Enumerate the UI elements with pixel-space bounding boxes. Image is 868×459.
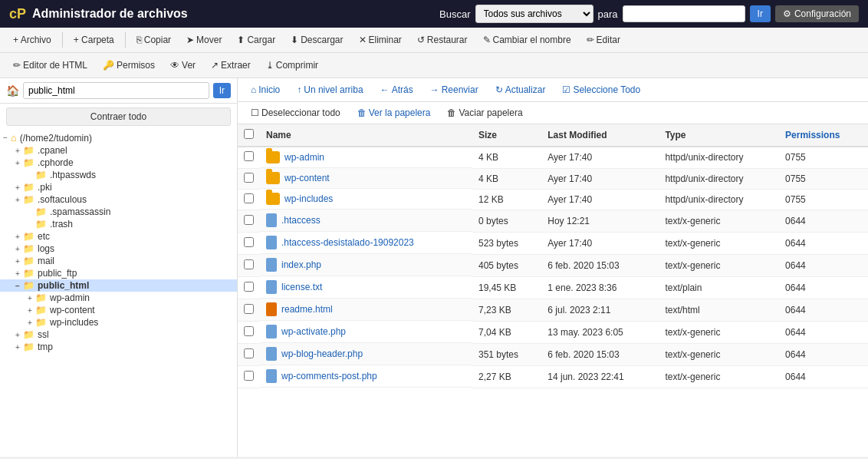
table-row[interactable]: .htaccess-desistalado-19092023523 bytesA… [238, 232, 868, 254]
upload-button[interactable]: ⬆ Cargar [230, 31, 282, 48]
path-go-button[interactable]: Ir [213, 83, 231, 98]
tree-item-label: wp-content [50, 305, 95, 315]
new-folder-button[interactable]: + Carpeta [67, 31, 121, 48]
file-name[interactable]: license.txt [281, 282, 322, 292]
file-name[interactable]: wp-content [284, 173, 330, 183]
permissions-button[interactable]: 🔑 Permisos [96, 57, 162, 74]
path-input[interactable] [23, 82, 209, 99]
tree-item[interactable]: +📁tmp [0, 341, 237, 353]
tree-item[interactable]: +📁wp-content [0, 304, 237, 316]
tree-item[interactable]: −📁public_html [0, 279, 237, 292]
file-name[interactable]: .htaccess-desistalado-19092023 [281, 237, 414, 248]
tree-item[interactable]: 📁.htpasswds [0, 169, 237, 181]
file-name[interactable]: .htaccess [281, 215, 321, 226]
deselect-all-button[interactable]: ☐ Deseleccionar todo [244, 105, 347, 121]
tree-item[interactable]: 📁.trash [0, 218, 237, 230]
table-row[interactable]: wp-includes12 KBAyer 17:40httpd/unix-dir… [238, 189, 868, 210]
compress-button[interactable]: ⤓ Comprimir [259, 57, 325, 74]
search-scope-select[interactable]: Todos sus archivos Solo en este director… [475, 5, 593, 23]
table-row[interactable]: wp-comments-post.php2,27 KB14 jun. 2023 … [238, 365, 868, 388]
row-checkbox[interactable] [244, 215, 254, 225]
file-modified: Ayer 17:40 [541, 168, 659, 189]
file-name[interactable]: wp-admin [284, 152, 324, 163]
new-file-button[interactable]: + Archivo [6, 31, 58, 48]
nav-back-button[interactable]: ← Atrás [373, 82, 420, 97]
row-checkbox[interactable] [244, 326, 254, 336]
tree-item[interactable]: +📁mail [0, 255, 237, 267]
file-name[interactable]: wp-activate.php [281, 326, 346, 337]
search-input[interactable] [623, 5, 745, 22]
file-name[interactable]: index.php [281, 259, 321, 270]
empty-trash-button[interactable]: 🗑 Vaciar papelera [440, 105, 529, 121]
inicio-icon: ⌂ [251, 84, 256, 95]
row-checkbox[interactable] [244, 173, 254, 183]
nav-up-button[interactable]: ↑ Un nivel arriba [290, 82, 370, 97]
nav-refresh-button[interactable]: ↻ Actualizar [488, 82, 553, 97]
folder-file-icon [266, 172, 280, 184]
html-editor-button[interactable]: ✏ Editor de HTML [6, 57, 94, 74]
view-button[interactable]: 👁 Ver [163, 57, 202, 74]
row-checkbox[interactable] [244, 282, 254, 292]
tree-item[interactable]: +📁ssl [0, 329, 237, 341]
tree-root-item[interactable]: − ⌂ (/home2/tudomin) [0, 131, 237, 144]
nav-inicio-button[interactable]: ⌂ Inicio [244, 82, 287, 97]
file-modified: Ayer 17:40 [541, 189, 659, 210]
row-checkbox[interactable] [244, 193, 254, 203]
table-row[interactable]: license.txt19,45 KB1 ene. 2023 8:36text/… [238, 276, 868, 299]
file-permissions: 0644 [779, 365, 868, 388]
tree-item[interactable]: +📁.cpanel [0, 144, 237, 157]
download-button[interactable]: ⬇ Descargar [284, 31, 350, 48]
collapse-all-button[interactable]: Contraer todo [6, 107, 231, 126]
file-name[interactable]: wp-includes [284, 193, 333, 204]
table-row[interactable]: .htaccess0 bytesHoy 12:21text/x-generic0… [238, 210, 868, 232]
rename-button[interactable]: ✎ Cambiar el nombre [476, 31, 578, 48]
tree-item[interactable]: 📁.spamassassin [0, 206, 237, 218]
tree-item[interactable]: +📁etc [0, 230, 237, 243]
tree-item[interactable]: +📁public_ftp [0, 267, 237, 279]
row-checkbox[interactable] [244, 371, 254, 381]
folder-icon: 📁 [35, 170, 47, 180]
file-name[interactable]: wp-blog-header.php [281, 348, 363, 359]
move-button[interactable]: ➤ Mover [179, 31, 229, 48]
file-type: text/x-generic [659, 232, 779, 254]
table-row[interactable]: readme.html7,23 KB6 jul. 2023 2:11text/h… [238, 299, 868, 321]
row-checkbox[interactable] [244, 259, 254, 269]
tree-item[interactable]: +📁logs [0, 243, 237, 255]
tree-item[interactable]: +📁.pki [0, 181, 237, 193]
table-row[interactable]: wp-blog-header.php351 bytes6 feb. 2020 1… [238, 343, 868, 365]
row-checkbox[interactable] [244, 348, 254, 358]
folder-icon: 📁 [23, 256, 35, 266]
table-row[interactable]: wp-content4 KBAyer 17:40httpd/unix-direc… [238, 168, 868, 189]
copy-button[interactable]: ⎘ Copiar [130, 31, 178, 48]
tree-item[interactable]: +📁wp-includes [0, 316, 237, 329]
row-checkbox[interactable] [244, 304, 254, 314]
extract-button[interactable]: ↗ Extraer [204, 57, 258, 74]
edit-button[interactable]: ✏ Editar [580, 31, 627, 48]
select-all-checkbox[interactable] [244, 129, 254, 139]
empty-trash-icon: 🗑 [447, 107, 456, 118]
nav-select-all-button[interactable]: ☑ Seleccione Todo [555, 82, 647, 97]
file-name[interactable]: wp-comments-post.php [281, 371, 377, 381]
row-checkbox[interactable] [244, 151, 254, 161]
tree-item[interactable]: +📁.softaculous [0, 193, 237, 206]
restore-icon: ↺ [417, 35, 425, 45]
folder-icon: 📁 [23, 231, 35, 242]
tree-item-label: logs [38, 243, 54, 254]
delete-button[interactable]: ✕ Eliminar [352, 31, 409, 48]
table-row[interactable]: wp-admin4 KBAyer 17:40httpd/unix-directo… [238, 147, 868, 168]
restore-button[interactable]: ↺ Restaurar [410, 31, 475, 48]
tree-item[interactable]: +📁.cphorde [0, 157, 237, 169]
search-go-button[interactable]: Ir [750, 5, 771, 22]
nav-forward-button[interactable]: → Reenviar [423, 82, 485, 97]
table-row[interactable]: index.php405 bytes6 feb. 2020 15:03text/… [238, 254, 868, 276]
table-row[interactable]: wp-activate.php7,04 KB13 may. 2023 6:05t… [238, 321, 868, 343]
sep2 [125, 32, 126, 48]
file-name[interactable]: readme.html [281, 304, 333, 315]
expand-icon: + [12, 147, 23, 155]
row-checkbox[interactable] [244, 237, 254, 247]
config-button[interactable]: ⚙ Configuración [775, 5, 859, 22]
view-trash-button[interactable]: 🗑 Ver la papelera [350, 105, 438, 121]
col-checkbox [238, 124, 260, 147]
tree-item[interactable]: +📁wp-admin [0, 292, 237, 304]
refresh-icon: ↻ [495, 84, 503, 95]
